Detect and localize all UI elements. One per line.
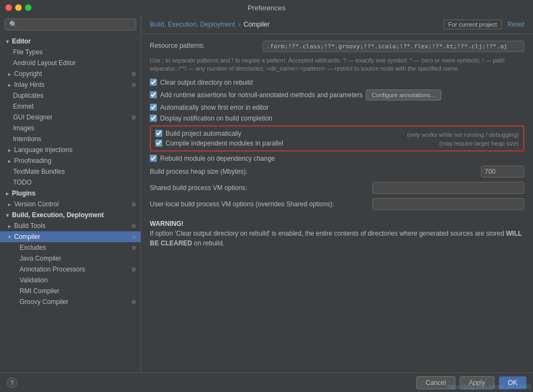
- warning-box: WARNING! If option 'Clear output directo…: [150, 219, 524, 248]
- sidebar-item-plugins[interactable]: ▸ Plugins: [0, 188, 141, 199]
- settings-badge: ⚙: [131, 71, 136, 77]
- rebuild-module-label: Rebuild module on dependency change: [160, 155, 275, 162]
- breadcrumb-separator: ›: [238, 21, 240, 28]
- sidebar-item-label: GUI Designer: [13, 113, 53, 121]
- sidebar-item-file-types[interactable]: File Types: [0, 47, 141, 58]
- auto-build-group: Build project automatically (only works …: [150, 125, 524, 151]
- sidebar-item-label: TODO: [13, 179, 31, 186]
- breadcrumb-parent[interactable]: Build, Execution, Deployment: [150, 21, 235, 28]
- sidebar-item-java-compiler[interactable]: Java Compiler: [0, 253, 141, 264]
- clear-output-row: Clear output directory on rebuild: [150, 79, 524, 86]
- settings-badge: ⚙: [131, 299, 136, 305]
- reset-button[interactable]: Reset: [507, 21, 524, 28]
- chevron-right-icon: ▸: [4, 191, 10, 197]
- sidebar-item-annotation-processors[interactable]: Annotation Processors ⚙: [0, 264, 141, 275]
- search-input[interactable]: [20, 21, 131, 28]
- warning-text: If option 'Clear output directory on reb…: [150, 229, 524, 248]
- display-notification-checkbox[interactable]: [150, 115, 157, 122]
- sidebar-item-validation[interactable]: Validation: [0, 275, 141, 286]
- compile-parallel-checkbox[interactable]: [155, 140, 162, 147]
- build-automatically-label: Build project automatically: [166, 130, 241, 137]
- sidebar-item-editor[interactable]: ▾ Editor: [0, 36, 141, 47]
- chevron-right-icon: ▸: [7, 71, 12, 77]
- sidebar-item-rmi-compiler[interactable]: RMI Compiler: [0, 286, 141, 296]
- clear-output-checkbox[interactable]: [150, 79, 157, 86]
- build-automatically-row: Build project automatically (only works …: [155, 130, 519, 140]
- shared-vm-row: Shared build process VM options:: [150, 182, 524, 194]
- close-button[interactable]: [5, 4, 12, 11]
- warning-bold-text: WILL BE CLEARED: [150, 230, 522, 247]
- build-automatically-checkbox[interactable]: [155, 130, 162, 137]
- minimize-button[interactable]: [15, 4, 22, 11]
- runtime-assertions-row: Add runtime assertions for notnull-annot…: [150, 90, 524, 100]
- window-title: Preferences: [248, 4, 285, 12]
- resource-patterns-hint: Use ; to separate patterns and ! to nega…: [150, 56, 524, 73]
- sidebar-item-build-tools[interactable]: ▸ Build Tools ⚙: [0, 220, 141, 231]
- sidebar-item-android-layout-editor[interactable]: Android Layout Editor: [0, 58, 141, 68]
- resource-patterns-row: Resource patterns:: [150, 41, 524, 52]
- sidebar-item-groovy-compiler[interactable]: Groovy Compiler ⚙: [0, 296, 141, 307]
- content-area: Build, Execution, Deployment › Compiler …: [141, 15, 533, 372]
- clear-output-label: Clear output directory on rebuild: [160, 79, 253, 86]
- sidebar-item-copyright[interactable]: ▸ Copyright ⚙: [0, 68, 141, 79]
- build-automatically-checkbox-row: Build project automatically: [155, 130, 394, 137]
- display-notification-label: Display notification on build completion: [160, 115, 272, 122]
- chevron-down-icon: ▾: [4, 39, 10, 45]
- sidebar-item-compiler[interactable]: ▾ Compiler ⚙: [0, 231, 141, 242]
- sidebar-item-label: Android Layout Editor: [13, 59, 75, 67]
- sidebar-item-build-execution-deployment[interactable]: ▾ Build, Execution, Deployment: [0, 210, 141, 220]
- rebuild-module-checkbox[interactable]: [150, 155, 157, 162]
- sidebar-item-label: Groovy Compiler: [20, 298, 68, 306]
- sidebar-item-label: Compiler: [14, 233, 40, 241]
- sidebar-item-intentions[interactable]: Intentions: [0, 134, 141, 144]
- maximize-button[interactable]: [25, 4, 31, 11]
- sidebar-item-label: File Types: [13, 48, 42, 56]
- settings-badge: ⚙: [131, 223, 136, 229]
- build-automatically-note: (only works while not running / debuggin…: [407, 131, 519, 138]
- warning-title: WARNING!: [150, 219, 524, 229]
- sidebar-item-label: Intentions: [13, 135, 41, 143]
- heap-size-input[interactable]: [481, 166, 524, 178]
- sidebar-item-label: Annotation Processors: [20, 265, 85, 273]
- sidebar-item-images[interactable]: Images: [0, 123, 141, 134]
- heap-size-row: Build process heap size (Mbytes):: [150, 166, 524, 178]
- sidebar-item-textmate-bundles[interactable]: TextMate Bundles: [0, 166, 141, 177]
- configure-annotations-button[interactable]: Configure annotations...: [366, 90, 441, 100]
- watermark: https://blog.csdn.net/qq_28687433: [448, 384, 531, 390]
- user-local-vm-label: User-local build process VM options (ove…: [150, 200, 372, 208]
- window-controls[interactable]: [5, 4, 31, 11]
- shared-vm-input[interactable]: [372, 182, 524, 194]
- sidebar-item-version-control[interactable]: ▸ Version Control ⚙: [0, 199, 141, 210]
- sidebar-item-label: Images: [13, 124, 34, 132]
- compile-parallel-row: Compile independent modules in parallel …: [155, 140, 519, 147]
- runtime-assertions-checkbox[interactable]: [150, 91, 157, 98]
- chevron-right-icon: ▸: [7, 158, 12, 164]
- sidebar-item-label: Build Tools: [14, 222, 46, 230]
- resource-patterns-input[interactable]: [263, 41, 524, 52]
- content-body: Resource patterns: Use ; to separate pat…: [141, 34, 533, 372]
- sidebar-item-language-injections[interactable]: ▸ Language Injections: [0, 144, 141, 155]
- sidebar-item-inlay-hints[interactable]: ▸ Inlay Hints ⚙: [0, 79, 141, 90]
- display-notification-row: Display notification on build completion: [150, 115, 524, 122]
- user-local-vm-input[interactable]: [372, 198, 524, 210]
- sidebar-item-proofreading[interactable]: ▸ Proofreading: [0, 155, 141, 166]
- sidebar-item-todo[interactable]: TODO: [0, 177, 141, 188]
- sidebar-item-label: Copyright: [14, 70, 42, 78]
- runtime-assertions-label: Add runtime assertions for notnull-annot…: [160, 91, 363, 99]
- sidebar-item-label: Editor: [12, 37, 31, 45]
- sidebar-item-gui-designer[interactable]: GUI Designer ⚙: [0, 112, 141, 123]
- content-actions: For current project Reset: [443, 20, 524, 29]
- for-current-project-button[interactable]: For current project: [443, 20, 502, 29]
- help-button[interactable]: ?: [7, 377, 17, 388]
- search-box[interactable]: 🔍: [4, 18, 136, 30]
- resource-patterns-label: Resource patterns:: [150, 41, 258, 49]
- settings-badge: ⚙: [131, 245, 136, 251]
- show-first-error-checkbox[interactable]: [150, 104, 157, 111]
- sidebar-item-duplicates[interactable]: Duplicates: [0, 90, 141, 101]
- compile-parallel-note: (may require larger heap size): [439, 140, 519, 147]
- sidebar-item-emmet[interactable]: Emmet: [0, 101, 141, 112]
- shared-vm-label: Shared build process VM options:: [150, 184, 372, 192]
- chevron-right-icon: ▸: [7, 147, 12, 153]
- sidebar-item-excludes[interactable]: Excludes ⚙: [0, 242, 141, 253]
- search-icon: 🔍: [9, 21, 17, 28]
